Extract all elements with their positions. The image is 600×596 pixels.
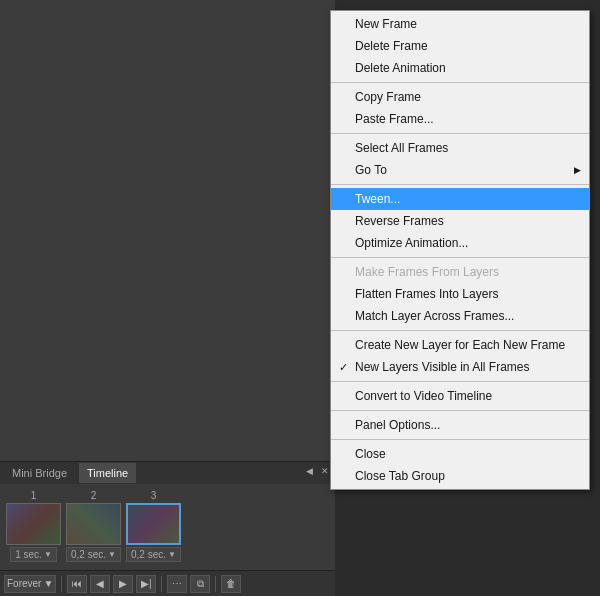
menu-close[interactable]: Close [331, 443, 589, 465]
tween-button[interactable]: ⋯ [167, 575, 187, 593]
mini-bridge-tab[interactable]: Mini Bridge [4, 463, 75, 483]
toolbar-divider-1 [61, 576, 62, 592]
menu-flatten-frames[interactable]: Flatten Frames Into Layers [331, 283, 589, 305]
separator-1 [331, 82, 589, 83]
thumb-inner-3 [128, 505, 179, 543]
separator-6 [331, 381, 589, 382]
separator-7 [331, 410, 589, 411]
menu-close-tab-group[interactable]: Close Tab Group [331, 465, 589, 487]
toolbar-divider-3 [215, 576, 216, 592]
menu-new-layer-each-frame[interactable]: Create New Layer for Each New Frame [331, 334, 589, 356]
looping-arrow: ▼ [43, 578, 53, 589]
toolbar-divider-2 [161, 576, 162, 592]
timeline-content: 1 1 sec. ▼ 2 0,2 sec. ▼ 3 [0, 484, 335, 566]
next-frame-button[interactable]: ▶| [136, 575, 156, 593]
separator-5 [331, 330, 589, 331]
frame-3-duration[interactable]: 0,2 sec. ▼ [126, 547, 181, 562]
frame-3-number: 3 [151, 490, 157, 501]
frame-3-thumbnail[interactable] [126, 503, 181, 545]
separator-4 [331, 257, 589, 258]
panel-collapse-button[interactable]: ◀ [303, 465, 315, 477]
frame-2-thumbnail[interactable] [66, 503, 121, 545]
looping-select[interactable]: Forever ▼ [4, 575, 56, 593]
frame-1-duration[interactable]: 1 sec. ▼ [10, 547, 57, 562]
panel-controls: ◀ ✕ [303, 465, 331, 477]
menu-go-to[interactable]: Go To [331, 159, 589, 181]
copy-frame-button[interactable]: ⧉ [190, 575, 210, 593]
frame-1-thumbnail[interactable] [6, 503, 61, 545]
menu-make-frames-from-layers: Make Frames From Layers [331, 261, 589, 283]
menu-panel-options[interactable]: Panel Options... [331, 414, 589, 436]
menu-paste-frame[interactable]: Paste Frame... [331, 108, 589, 130]
menu-tween[interactable]: Tween... [331, 188, 589, 210]
timeline-tab[interactable]: Timeline [79, 463, 136, 483]
play-button[interactable]: ▶ [113, 575, 133, 593]
frame-2-number: 2 [91, 490, 97, 501]
timeline-panel: Mini Bridge Timeline ◀ ✕ 1 1 sec. ▼ 2 [0, 461, 335, 596]
delete-frame-button[interactable]: 🗑 [221, 575, 241, 593]
frame-1-number: 1 [31, 490, 37, 501]
frame-3[interactable]: 3 0,2 sec. ▼ [126, 490, 181, 562]
menu-reverse-frames[interactable]: Reverse Frames [331, 210, 589, 232]
timeline-tabs: Mini Bridge Timeline ◀ ✕ [0, 462, 335, 484]
menu-copy-frame[interactable]: Copy Frame [331, 86, 589, 108]
prev-frame-button[interactable]: ◀ [90, 575, 110, 593]
first-frame-button[interactable]: ⏮ [67, 575, 87, 593]
frame-2[interactable]: 2 0,2 sec. ▼ [66, 490, 121, 562]
menu-delete-animation[interactable]: Delete Animation [331, 57, 589, 79]
timeline-toolbar: Forever ▼ ⏮ ◀ ▶ ▶| ⋯ ⧉ 🗑 [0, 570, 335, 596]
context-menu: New Frame Delete Frame Delete Animation … [330, 10, 590, 490]
duration-arrow-3: ▼ [168, 550, 176, 559]
menu-select-all-frames[interactable]: Select All Frames [331, 137, 589, 159]
thumb-inner-2 [67, 504, 120, 544]
menu-match-layer[interactable]: Match Layer Across Frames... [331, 305, 589, 327]
duration-arrow-2: ▼ [108, 550, 116, 559]
duration-arrow-1: ▼ [44, 550, 52, 559]
thumb-inner-1 [7, 504, 60, 544]
menu-new-frame[interactable]: New Frame [331, 13, 589, 35]
menu-convert-to-video[interactable]: Convert to Video Timeline [331, 385, 589, 407]
separator-3 [331, 184, 589, 185]
frame-1[interactable]: 1 1 sec. ▼ [6, 490, 61, 562]
menu-new-layers-visible[interactable]: New Layers Visible in All Frames [331, 356, 589, 378]
frame-2-duration[interactable]: 0,2 sec. ▼ [66, 547, 121, 562]
menu-optimize-animation[interactable]: Optimize Animation... [331, 232, 589, 254]
menu-delete-frame[interactable]: Delete Frame [331, 35, 589, 57]
separator-2 [331, 133, 589, 134]
separator-8 [331, 439, 589, 440]
